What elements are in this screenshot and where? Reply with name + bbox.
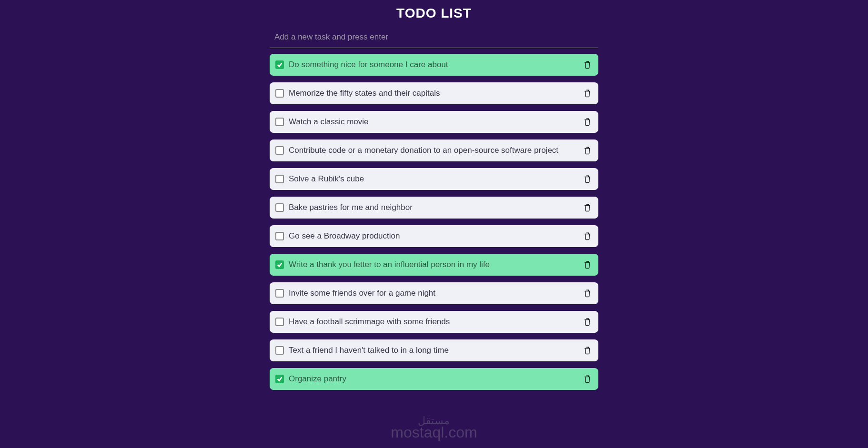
task-row: Organize pantry (270, 368, 598, 390)
task-label: Have a football scrimmage with some frie… (289, 317, 582, 327)
task-row: Invite some friends over for a game nigh… (270, 282, 598, 304)
task-checkbox[interactable] (275, 375, 284, 383)
delete-button[interactable] (582, 174, 593, 184)
task-label: Watch a classic movie (289, 117, 582, 127)
task-label: Solve a Rubik's cube (289, 174, 582, 184)
delete-button[interactable] (582, 145, 593, 156)
task-row: Write a thank you letter to an influenti… (270, 254, 598, 276)
task-label: Memorize the fifty states and their capi… (289, 89, 582, 98)
task-row: Do something nice for someone I care abo… (270, 54, 598, 76)
new-task-input-container (270, 27, 598, 48)
task-label: Write a thank you letter to an influenti… (289, 260, 582, 269)
task-checkbox[interactable] (275, 203, 284, 212)
delete-button[interactable] (582, 60, 593, 70)
task-label: Invite some friends over for a game nigh… (289, 289, 582, 298)
page-title: TODO LIST (270, 6, 598, 21)
task-label: Organize pantry (289, 374, 582, 384)
delete-button[interactable] (582, 259, 593, 270)
watermark: مستقل mostaql.com (391, 416, 477, 439)
watermark-line1: مستقل (391, 416, 477, 426)
task-checkbox[interactable] (275, 89, 284, 98)
task-row: Memorize the fifty states and their capi… (270, 82, 598, 104)
task-row: Watch a classic movie (270, 111, 598, 133)
task-checkbox[interactable] (275, 232, 284, 240)
task-row: Contribute code or a monetary donation t… (270, 139, 598, 161)
task-label: Bake pastries for me and neighbor (289, 203, 582, 212)
task-label: Text a friend I haven't talked to in a l… (289, 346, 582, 355)
task-row: Text a friend I haven't talked to in a l… (270, 339, 598, 361)
delete-button[interactable] (582, 345, 593, 356)
task-label: Go see a Broadway production (289, 231, 582, 241)
delete-button[interactable] (582, 374, 593, 384)
delete-button[interactable] (582, 117, 593, 127)
delete-button[interactable] (582, 288, 593, 299)
task-checkbox[interactable] (275, 260, 284, 269)
task-checkbox[interactable] (275, 289, 284, 298)
task-row: Have a football scrimmage with some frie… (270, 311, 598, 333)
task-checkbox[interactable] (275, 118, 284, 126)
new-task-input[interactable] (270, 27, 598, 48)
task-label: Contribute code or a monetary donation t… (289, 146, 582, 155)
delete-button[interactable] (582, 231, 593, 241)
task-list: Do something nice for someone I care abo… (270, 54, 598, 390)
watermark-line2: mostaql.com (391, 426, 477, 439)
task-checkbox[interactable] (275, 175, 284, 183)
task-checkbox[interactable] (275, 146, 284, 155)
task-row: Bake pastries for me and neighbor (270, 197, 598, 219)
task-row: Solve a Rubik's cube (270, 168, 598, 190)
task-label: Do something nice for someone I care abo… (289, 60, 582, 70)
task-row: Go see a Broadway production (270, 225, 598, 247)
task-checkbox[interactable] (275, 346, 284, 355)
delete-button[interactable] (582, 317, 593, 327)
delete-button[interactable] (582, 88, 593, 99)
delete-button[interactable] (582, 202, 593, 213)
task-checkbox[interactable] (275, 60, 284, 69)
task-checkbox[interactable] (275, 318, 284, 326)
